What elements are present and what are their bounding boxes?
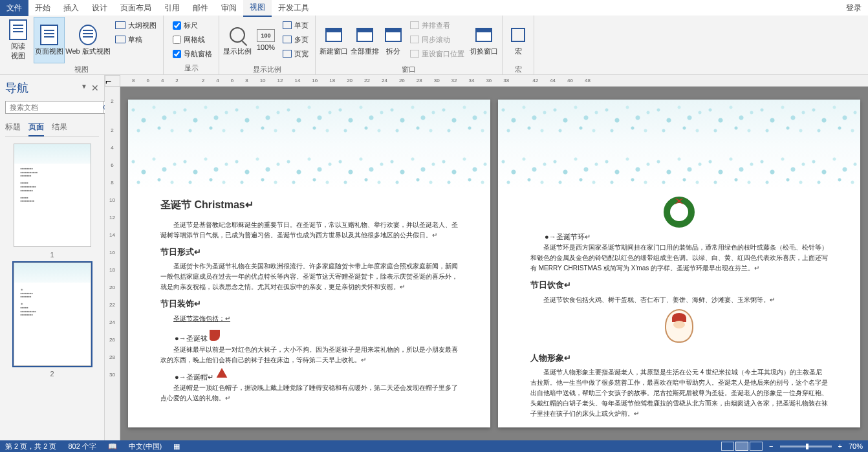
macros-group-label: 宏 — [505, 63, 531, 76]
draft-view-button[interactable]: 草稿 — [115, 32, 157, 47]
zoom-level[interactable]: 70% — [849, 442, 863, 450]
nav-close-button[interactable]: ✕ — [91, 83, 99, 93]
thumb-2-number: 2 — [5, 370, 99, 378]
status-spellcheck-icon[interactable]: 📖 — [108, 442, 117, 451]
one-page-button[interactable]: 单页 — [283, 18, 309, 32]
status-insert-icon[interactable]: ▦ — [173, 442, 180, 451]
status-bar: 第 2 页，共 2 页 802 个字 📖 中文(中国) ▦ − + 70% — [0, 440, 868, 452]
macros-button[interactable]: 宏 — [505, 17, 531, 63]
doc-paragraph: 圣诞节饮食包括火鸡、树干蛋糕、杏仁布丁、姜饼、海鲜、沙滩宴、玉米粥等。↵ — [530, 295, 828, 305]
outline-view-button[interactable]: 大纲视图 — [115, 18, 157, 32]
sync-scroll-button: 同步滚动 — [410, 32, 464, 47]
multi-page-button[interactable]: 多页 — [283, 32, 309, 47]
document-page-1[interactable]: 圣诞节 Christmas↵ 圣诞节是基督教纪念耶稣诞生的重要节日。在圣诞节，常… — [128, 100, 490, 427]
side-by-side-button: 并排查看 — [410, 18, 464, 32]
doc-paragraph: 圣诞节环是西方国家圣诞节期间挂在家门口用的装饰品，通常用绿色的枝叶或藤条（松毛、… — [530, 242, 828, 274]
doc-heading-2: 节日饮食↵ — [530, 279, 828, 292]
nav-search-input[interactable] — [5, 101, 103, 114]
page-thumbnail-2[interactable]: ◉■■■■■■■■■■■■■■■◉■■■■■■■■■■■■■■■■■■■■■■■ — [14, 263, 91, 366]
doc-paragraph: 圣诞节装饰包括：↵ — [160, 314, 458, 324]
snowflake-decoration — [128, 100, 490, 190]
doc-bullet: ●→圣诞帽↵ — [175, 373, 213, 381]
page-view-button[interactable]: 页面视图 — [34, 17, 65, 63]
split-button[interactable]: 拆分 — [380, 17, 406, 63]
thumb-1-number: 1 — [5, 251, 99, 259]
web-layout-button[interactable] — [750, 442, 763, 451]
document-page-2[interactable]: ●→圣诞节环↵ 圣诞节环是西方国家圣诞节期间挂在家门口用的装饰品，通常用绿色的枝… — [498, 100, 860, 427]
doc-paragraph: 圣诞贺卡作为圣诞节礼物在美国和欧洲很流行。许多家庭随贺卡带上年度家庭合照或家庭新… — [160, 261, 458, 292]
doc-paragraph: 圣诞节人物形象主要指圣诞老人，其原型是生活在公元 4 世纪米拉城（今土耳其境内）… — [530, 367, 828, 419]
arrange-all-icon — [354, 25, 375, 45]
web-view-button[interactable]: Web 版式视图 — [65, 17, 111, 63]
snowflake-decoration — [498, 100, 860, 190]
switch-windows-button[interactable]: 切换窗口 — [468, 17, 499, 63]
window-group-label: 窗口 — [318, 63, 499, 76]
read-mode-button[interactable] — [721, 442, 734, 451]
nav-tab-pages[interactable]: 页面 — [28, 122, 44, 136]
status-word-count[interactable]: 802 个字 — [68, 442, 96, 451]
views-group-label: 视图 — [3, 63, 160, 76]
macros-icon — [508, 25, 528, 45]
menu-review[interactable]: 审阅 — [215, 0, 243, 16]
menu-file[interactable]: 文件 — [0, 0, 28, 16]
menu-bar: 文件 开始 插入 设计 页面布局 引用 邮件 审阅 视图 开发工具 登录 — [0, 0, 868, 16]
nav-tab-headings[interactable]: 标题 — [5, 122, 21, 136]
read-view-icon — [8, 19, 28, 40]
doc-heading-1: 圣诞节 Christmas↵ — [160, 197, 458, 213]
doc-paragraph: 圣诞节是基督教纪念耶稣诞生的重要节日。在圣诞节，常以互赠礼物、举行欢宴，并以圣诞… — [160, 220, 458, 241]
menu-layout[interactable]: 页面布局 — [114, 0, 158, 16]
show-group-label: 显示 — [166, 62, 216, 74]
zoom-in-button[interactable]: + — [838, 442, 842, 450]
page-thumbnail-1[interactable]: ■■■■■■■■■■■■■■■■■■■■■■■■■■■■■■■■■■■■■■■■… — [14, 144, 91, 247]
read-view-button[interactable]: 阅读 视图 — [3, 17, 34, 63]
status-language[interactable]: 中文(中国) — [129, 442, 162, 451]
doc-heading-2: 节日装饰↵ — [160, 297, 458, 311]
zoom-out-button[interactable]: − — [769, 442, 773, 450]
print-layout-button[interactable] — [735, 442, 748, 451]
new-window-icon — [323, 25, 344, 45]
status-page[interactable]: 第 2 页，共 2 页 — [5, 442, 56, 451]
nav-dropdown-icon[interactable]: ▼ — [81, 83, 87, 93]
doc-heading-2: 人物形象↵ — [530, 352, 828, 365]
login-link[interactable]: 登录 — [846, 3, 862, 14]
menu-home[interactable]: 开始 — [28, 0, 57, 16]
santa-badge-icon — [665, 309, 693, 343]
new-window-button[interactable]: 新建窗口 — [318, 17, 349, 63]
page-view-icon — [39, 25, 60, 45]
web-view-icon — [78, 25, 98, 45]
ribbon: 阅读 视图 页面视图 Web 版式视图 大纲视图 草稿 视图 标尺 网格线 导航… — [0, 16, 868, 75]
ruler-corner: ⌐ — [105, 75, 120, 87]
zoom-100-button[interactable]: 100 100% — [253, 17, 279, 63]
navigation-pane: 导航 ▼ ✕ ▾ 标题 页面 结果 ■■■■■■■■■■■■■■■■■■■■■■… — [0, 75, 105, 440]
nav-tab-results[interactable]: 结果 — [52, 122, 67, 136]
split-icon — [383, 25, 404, 45]
menu-mailings[interactable]: 邮件 — [186, 0, 215, 16]
doc-bullet: ●→圣诞袜 — [175, 334, 208, 342]
menu-references[interactable]: 引用 — [158, 0, 186, 16]
doc-paragraph: 圣诞袜最早以前是一对红色的大袜子，大小不拘。因为圣诞袜子是用来装礼物的，所以是小… — [160, 345, 458, 365]
horizontal-ruler[interactable]: 8642246810121416182022242628303234363842… — [120, 75, 868, 87]
vertical-ruler[interactable]: 224681012141618202224262830 — [105, 87, 120, 440]
zoom-button[interactable]: 显示比例 — [222, 17, 253, 63]
document-area: ⌐ 86422468101214161820222426283032343638… — [105, 75, 868, 440]
navpane-checkbox[interactable]: 导航窗格 — [170, 47, 212, 61]
zoom-group-label: 显示比例 — [222, 63, 312, 76]
zoom-100-icon: 100 — [257, 29, 275, 42]
menu-view[interactable]: 视图 — [243, 0, 272, 17]
zoom-icon — [227, 25, 248, 45]
switch-windows-icon — [473, 25, 494, 45]
arrange-all-button[interactable]: 全部重排 — [349, 17, 380, 63]
nav-title: 导航 — [5, 80, 28, 96]
menu-insert[interactable]: 插入 — [57, 0, 85, 16]
gridlines-checkbox[interactable]: 网格线 — [170, 32, 212, 47]
doc-bullet: ●→圣诞节环↵ — [545, 231, 591, 243]
ruler-checkbox[interactable]: 标尺 — [170, 18, 212, 32]
zoom-slider[interactable] — [780, 446, 832, 447]
menu-design[interactable]: 设计 — [85, 0, 114, 16]
menu-devtools[interactable]: 开发工具 — [272, 0, 316, 16]
doc-paragraph: 圣诞帽是一顶红色帽子，据说晚上戴上睡觉除了睡得安稳和有点暖外，第二天还会发现在帽… — [160, 383, 458, 404]
page-width-button[interactable]: 页宽 — [283, 47, 309, 61]
view-mode-buttons — [721, 442, 763, 451]
doc-heading-2: 节日形式↵ — [160, 246, 458, 259]
reset-position-button: 重设窗口位置 — [410, 47, 464, 61]
